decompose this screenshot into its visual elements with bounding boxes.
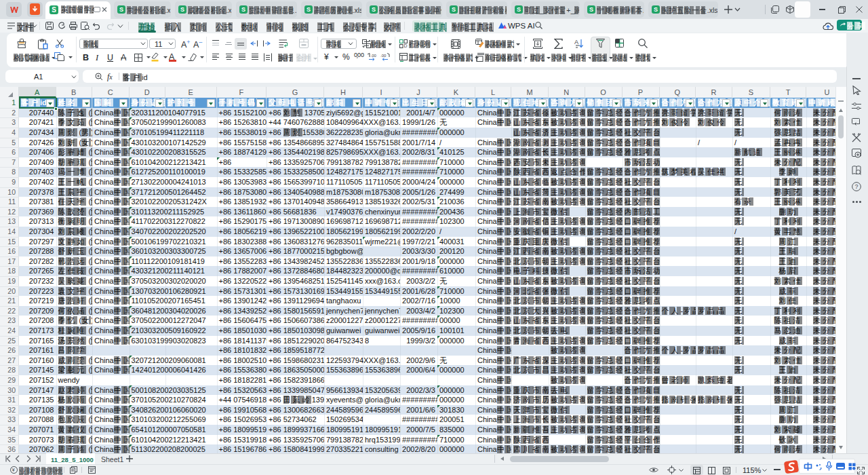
svg-text:A: A bbox=[574, 39, 578, 45]
svg-text:?: ? bbox=[855, 183, 859, 190]
svg-text:.00: .00 bbox=[371, 54, 377, 58]
svg-text:¥: ¥ bbox=[12, 468, 15, 472]
svg-text:.00: .00 bbox=[380, 54, 387, 58]
svg-text:D: D bbox=[404, 43, 408, 48]
